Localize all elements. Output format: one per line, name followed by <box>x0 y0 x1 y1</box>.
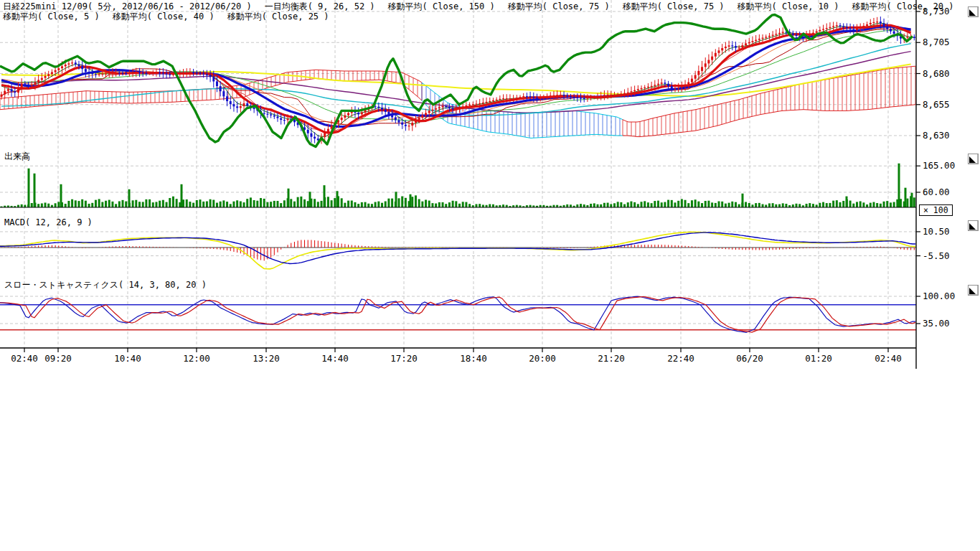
ma40-label: 移動平均( Close, 40 ) <box>113 11 215 22</box>
stoch-panel-corner-button[interactable] <box>968 285 979 296</box>
volume-multiplier-badge: × 100 <box>919 204 953 216</box>
corner-triangle-icon <box>969 9 976 16</box>
ichimoku-label: 一目均衡表( 9, 26, 52 ) <box>265 1 375 11</box>
macd-histogram <box>1 240 914 260</box>
time-axis-label: 14:40 <box>321 353 349 364</box>
price-axis-label: 8,705 <box>923 37 950 47</box>
stoch-panel-title: スロー・ストキャスティクス( 14, 3, 80, 20 ) <box>4 279 207 291</box>
volume-panel-corner-button[interactable] <box>968 154 979 164</box>
macd-panel-corner-button[interactable] <box>968 220 979 231</box>
time-axis-label: 21:20 <box>598 353 625 364</box>
time-axis-label: 02:40 <box>11 353 38 364</box>
time-axis-label: 12:00 <box>183 353 210 364</box>
time-axis-label: 13:20 <box>253 353 280 364</box>
time-axis-label: 06/20 <box>736 353 763 364</box>
stoch-axis-label: 35.00 <box>923 318 950 329</box>
ma20-label: 移動平均( Close, 20 ) <box>852 1 954 11</box>
macd-panel-title: MACD( 12, 26, 9 ) <box>4 217 93 227</box>
volume-bars <box>1 164 915 207</box>
price-axis-label: 8,630 <box>923 130 950 141</box>
ma150-label: 移動平均( Close, 150 ) <box>388 1 495 11</box>
time-axis-label: 10:40 <box>114 353 141 364</box>
corner-triangle-icon <box>969 223 976 230</box>
macd-axis-label: 10.50 <box>923 226 950 237</box>
ma5-label: 移動平均( Close, 5 ) <box>3 11 100 22</box>
chart-header-line2: 移動平均( Close, 5 )移動平均( Close, 40 )移動平均( C… <box>3 11 342 23</box>
axes: 8,7308,7058,6808,6558,630165.0060.0010.5… <box>0 0 955 369</box>
corner-triangle-icon <box>969 156 976 163</box>
time-axis-label: 01:20 <box>805 353 832 364</box>
gridlines <box>0 0 916 348</box>
volume-panel-title: 出来高 <box>4 151 30 163</box>
time-axis-label: 02:40 <box>875 353 902 364</box>
chart-canvas: 8,7308,7058,6808,6558,630165.0060.0010.5… <box>0 0 980 373</box>
stochastic-lines <box>0 296 915 332</box>
stoch-axis-label: 100.00 <box>923 291 955 301</box>
time-axis-label: 17:20 <box>390 353 418 364</box>
ma75b-label: 移動平均( Close, 75 ) <box>623 1 725 11</box>
ma75a-label: 移動平均( Close, 75 ) <box>508 1 610 11</box>
chart-window: 8,7308,7058,6808,6558,630165.0060.0010.5… <box>0 0 980 551</box>
time-axis-label: 18:40 <box>460 353 487 364</box>
price-axis-label: 8,680 <box>923 68 950 79</box>
time-axis-label: 22:40 <box>667 353 694 364</box>
price-axis-label: 8,655 <box>923 99 950 110</box>
volume-axis-label: 60.00 <box>923 187 950 197</box>
time-axis-label: 09:20 <box>44 353 72 364</box>
ma25-label: 移動平均( Close, 25 ) <box>227 11 329 22</box>
instrument-title: 日経225mini 12/09( 5分, 2012/06/16 - 2012/0… <box>3 1 252 11</box>
macd-axis-label: -5.50 <box>923 250 950 261</box>
volume-axis-label: 165.00 <box>923 160 955 171</box>
corner-triangle-icon <box>969 288 976 294</box>
price-panel-corner-button[interactable] <box>968 6 979 17</box>
ma10-label: 移動平均( Close, 10 ) <box>738 1 839 11</box>
macd-lines <box>0 232 915 269</box>
time-axis-label: 20:00 <box>529 353 556 364</box>
